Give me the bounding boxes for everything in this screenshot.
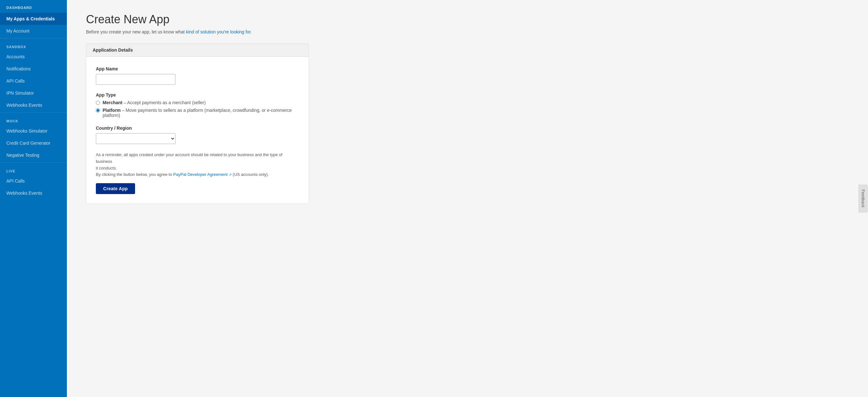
sidebar-item-credit-card-generator[interactable]: Credit Card Generator [0,137,67,149]
subtitle-end: . [250,29,252,34]
sidebar-dashboard-label: DASHBOARD [0,0,67,13]
sidebar-item-my-account[interactable]: My Account [0,25,67,37]
subtitle-link[interactable]: kind of solution you're looking for [186,29,251,34]
main-content: Create New App Before you create your ne… [67,0,868,397]
app-name-group: App Name [96,66,299,85]
radio-platform[interactable] [96,108,100,113]
sidebar-item-my-apps[interactable]: My Apps & Credentials [0,13,67,25]
country-region-label: Country / Region [96,125,299,131]
sidebar-item-ipn-simulator[interactable]: IPN Simulator [0,87,67,99]
create-app-button[interactable]: Create App [96,183,135,194]
divider-live [0,162,67,163]
subtitle-text: Before you create your new app, let us k… [86,29,186,34]
reminder-text: As a reminder, all apps created under yo… [96,152,299,178]
radio-platform-option: Platform – Move payments to sellers as a… [96,108,299,118]
radio-merchant[interactable] [96,101,100,105]
sidebar-sandbox-label: SANDBOX [0,40,67,51]
app-name-input[interactable] [96,74,176,85]
radio-merchant-label[interactable]: Merchant – Accept payments as a merchant… [102,100,206,105]
radio-merchant-option: Merchant – Accept payments as a merchant… [96,100,299,105]
radio-platform-label[interactable]: Platform – Move payments to sellers as a… [102,108,299,118]
paypal-developer-agreement-link[interactable]: PayPal Developer Agreement ↗ [173,172,231,177]
agreement-prefix: By clicking the button below, you agree … [96,172,173,177]
radio-merchant-description: – Accept payments as a merchant (seller) [122,100,206,105]
sidebar-item-negative-testing[interactable]: Negative Testing [0,149,67,161]
divider-mock [0,113,67,113]
sidebar-item-api-calls[interactable]: API Calls [0,75,67,87]
radio-platform-bold: Platform [102,108,121,113]
page-subtitle: Before you create your new app, let us k… [86,29,849,34]
reminder-line2: it conducts. [96,166,117,171]
app-type-label: App Type [96,92,299,97]
sidebar-item-api-calls-live[interactable]: API Calls [0,175,67,187]
sidebar-live-label: LIVE [0,164,67,175]
create-app-card: Application Details App Name App Type Me… [86,43,309,204]
sidebar-item-webhooks-events[interactable]: Webhooks Events [0,99,67,111]
app-name-label: App Name [96,66,299,71]
radio-platform-description: – Move payments to sellers as a platform… [102,108,292,118]
page-title: Create New App [86,13,849,26]
country-region-select[interactable]: United States United Kingdom Canada Aust… [96,133,176,144]
sidebar-item-notifications[interactable]: Notifications [0,63,67,75]
sidebar-mock-label: MOCK [0,114,67,125]
agreement-link-text: PayPal Developer Agreement [173,172,228,177]
country-region-group: Country / Region United States United Ki… [96,125,299,144]
feedback-tab[interactable]: Feedback [859,185,868,213]
radio-merchant-bold: Merchant [102,100,122,105]
sidebar-item-webhooks-simulator[interactable]: Webhooks Simulator [0,125,67,137]
sidebar-item-accounts[interactable]: Accounts [0,51,67,63]
agreement-suffix: (US accounts only). [231,172,269,177]
reminder-line1: As a reminder, all apps created under yo… [96,152,282,164]
card-header: Application Details [86,44,309,57]
app-type-group: App Type Merchant – Accept payments as a… [96,92,299,118]
card-body: App Name App Type Merchant – Accept paym… [86,57,309,204]
sidebar: DASHBOARD My Apps & Credentials My Accou… [0,0,67,397]
external-link-icon: ↗ [229,173,231,177]
sidebar-item-webhooks-events-live[interactable]: Webhooks Events [0,187,67,199]
divider-sandbox [0,38,67,38]
